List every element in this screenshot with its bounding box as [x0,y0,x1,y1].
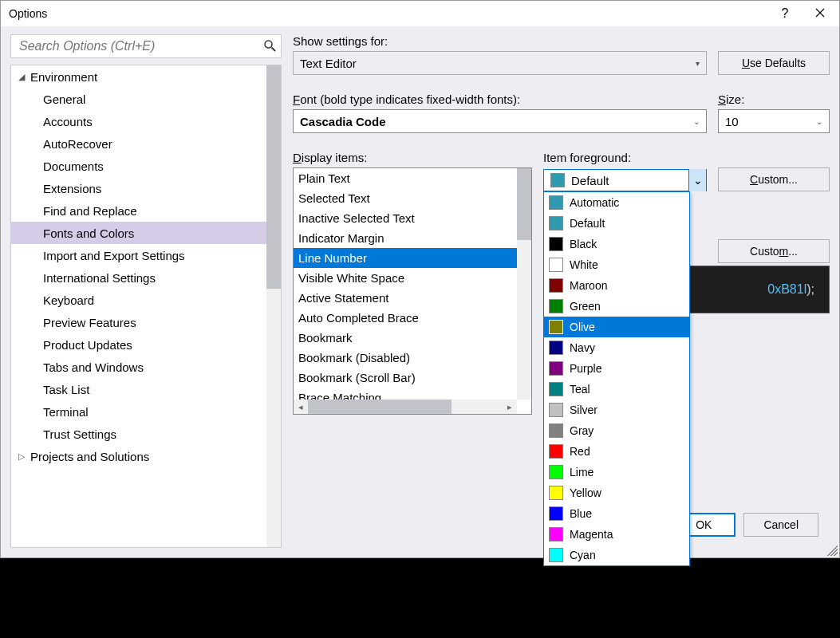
listbox-vscroll-thumb[interactable] [517,168,531,240]
color-option-cyan[interactable]: Cyan [544,545,689,565]
color-option-maroon[interactable]: Maroon [544,275,689,296]
scroll-left-icon[interactable]: ◂ [294,400,308,414]
color-option-magenta[interactable]: Magenta [544,524,689,545]
display-item[interactable]: Line Number [294,248,517,268]
color-option-black[interactable]: Black [544,234,689,254]
display-item[interactable]: Auto Completed Brace [294,308,517,328]
tree-item-international-settings[interactable]: International Settings [11,266,266,289]
color-option-silver[interactable]: Silver [544,400,689,420]
color-swatch [549,423,563,438]
tree-item-autorecover[interactable]: AutoRecover [11,132,266,155]
options-dialog: Options ? ◢EnvironmentGeneralAccountsAut… [0,0,840,558]
tree-item-label: Extensions [43,182,101,195]
display-item[interactable]: Indicator Margin [294,228,517,248]
color-name: Purple [570,362,601,375]
color-option-white[interactable]: White [544,254,689,275]
tree-node-label: Projects and Solutions [30,450,149,463]
cancel-button[interactable]: Cancel [743,513,818,537]
display-item[interactable]: Bookmark (Disabled) [294,348,517,368]
background-custom-button[interactable]: Custom... [718,239,830,263]
tree-item-product-updates[interactable]: Product Updates [11,333,266,356]
listbox-vscrollbar[interactable] [517,168,531,400]
color-name: Navy [570,341,595,354]
display-item[interactable]: Inactive Selected Text [294,208,517,228]
display-item[interactable]: Bookmark [294,328,517,348]
color-name: White [570,258,598,271]
color-option-lime[interactable]: Lime [544,462,689,482]
settings-for-value: Text Editor [300,57,696,70]
color-option-default[interactable]: Default [544,213,689,234]
display-item[interactable]: Active Statement [294,288,517,308]
display-item[interactable]: Plain Text [294,168,517,188]
color-option-red[interactable]: Red [544,441,689,462]
color-option-blue[interactable]: Blue [544,503,689,524]
preview-text: 0xB81l [767,282,806,297]
color-option-gray[interactable]: Gray [544,420,689,441]
tree-item-general[interactable]: General [11,88,266,110]
search-input[interactable] [18,38,263,54]
tree-item-keyboard[interactable]: Keyboard [11,289,266,311]
display-item[interactable]: Selected Text [294,188,517,208]
color-option-teal[interactable]: Teal [544,379,689,400]
use-defaults-button[interactable]: Use Defaults [718,51,830,75]
color-option-automatic[interactable]: Automatic [544,192,689,213]
tree-item-label: Accounts [43,115,93,128]
window-title: Options [9,7,767,20]
font-label: Font (bold type indicates fixed-width fo… [293,93,707,106]
tree-item-fonts-and-colors[interactable]: Fonts and Colors [11,222,266,244]
resize-grip[interactable] [826,545,838,556]
color-name: Green [570,300,601,313]
dialog-body: ◢EnvironmentGeneralAccountsAutoRecoverDo… [1,26,839,557]
display-item[interactable]: Brace Matching [294,388,517,400]
tree-node-environment[interactable]: ◢Environment [11,65,266,88]
tree-item-preview-features[interactable]: Preview Features [11,311,266,333]
color-swatch [549,258,563,272]
color-option-navy[interactable]: Navy [544,337,689,358]
tree-item-accounts[interactable]: Accounts [11,110,266,132]
display-items-label: Display items: [293,151,532,164]
display-item[interactable]: Bookmark (Scroll Bar) [294,368,517,388]
foreground-custom-button[interactable]: Custom... [718,167,830,191]
svg-point-0 [265,41,272,48]
item-foreground-dropdown[interactable]: Default ⌄ [543,169,707,191]
color-swatch [549,320,563,334]
listbox-hscrollbar[interactable]: ◂ ▸ [294,400,517,414]
color-swatch [549,465,563,479]
tree-item-import-and-export-settings[interactable]: Import and Export Settings [11,244,266,266]
color-option-green[interactable]: Green [544,296,689,317]
color-name: Red [570,445,590,458]
color-option-purple[interactable]: Purple [544,358,689,379]
size-dropdown[interactable]: 10 ⌄ [718,109,830,133]
tree-node-projects-and-solutions[interactable]: ▷Projects and Solutions [11,445,266,467]
tree-item-trust-settings[interactable]: Trust Settings [11,423,266,445]
color-name: Teal [570,383,590,396]
options-tree[interactable]: ◢EnvironmentGeneralAccountsAutoRecoverDo… [10,65,282,548]
scroll-right-icon[interactable]: ▸ [503,400,517,414]
search-box[interactable] [10,34,282,58]
color-option-yellow[interactable]: Yellow [544,482,689,503]
item-foreground-popup[interactable]: AutomaticDefaultBlackWhiteMaroonGreenOli… [543,191,690,566]
close-button[interactable] [803,2,838,26]
display-item[interactable]: Visible White Space [294,268,517,288]
color-name: Automatic [570,196,619,209]
color-name: Gray [570,424,594,437]
settings-for-label: Show settings for: [293,34,707,48]
color-swatch [549,403,563,417]
chevron-down-icon: ⌄ [693,117,700,126]
display-items-listbox[interactable]: Plain TextSelected TextInactive Selected… [293,167,532,415]
color-swatch [549,237,563,251]
tree-item-find-and-replace[interactable]: Find and Replace [11,199,266,222]
tree-item-extensions[interactable]: Extensions [11,177,266,199]
tree-item-terminal[interactable]: Terminal [11,400,266,423]
tree-scroll-thumb[interactable] [266,65,281,289]
tree-scrollbar[interactable] [266,65,281,547]
tree-item-task-list[interactable]: Task List [11,378,266,400]
color-option-olive[interactable]: Olive [544,317,689,337]
tree-item-documents[interactable]: Documents [11,155,266,177]
tree-item-tabs-and-windows[interactable]: Tabs and Windows [11,356,266,378]
chevron-down-icon[interactable]: ⌄ [688,169,706,191]
font-dropdown[interactable]: Cascadia Code ⌄ [293,109,707,133]
settings-for-dropdown[interactable]: Text Editor ▾ [293,51,707,75]
help-button[interactable]: ? [767,2,803,26]
listbox-hscroll-thumb[interactable] [308,400,452,414]
